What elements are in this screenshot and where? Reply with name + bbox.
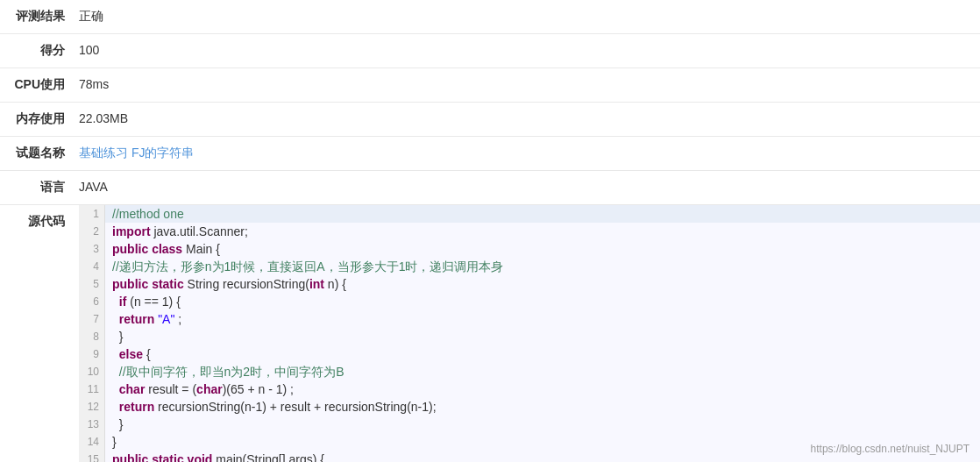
value-memory: 22.03MB [79, 103, 980, 134]
value-title[interactable]: 基础练习 FJ的字符串 [79, 137, 980, 170]
code-line-9: 9 else { [79, 345, 980, 363]
row-title: 试题名称 基础练习 FJ的字符串 [0, 137, 980, 171]
row-score: 得分 100 [0, 34, 980, 68]
line-num-2: 2 [79, 223, 105, 240]
line-code-11: char result = (char)(65 + n - 1) ; [105, 380, 301, 398]
line-num-6: 6 [79, 293, 105, 310]
code-line-10: 10 //取中间字符，即当n为2时，中间字符为B [79, 363, 980, 380]
line-code-6: if (n == 1) { [105, 293, 188, 310]
code-line-5: 5 public static String recursionString(i… [79, 275, 980, 293]
value-score: 100 [79, 34, 980, 66]
code-line-4: 4 //递归方法，形参n为1时候，直接返回A，当形参大于1时，递归调用本身 [79, 258, 980, 275]
info-section: 评测结果 正确 得分 100 CPU使用 78ms 内存使用 22.03MB 试… [0, 0, 980, 205]
line-code-12: return recursionString(n-1) + result + r… [105, 398, 444, 416]
line-code-5: public static String recursionString(int… [105, 275, 353, 293]
line-code-7: return "A" ; [105, 310, 188, 328]
line-code-3: public class Main { [105, 240, 227, 258]
line-num-11: 11 [79, 380, 105, 398]
line-num-3: 3 [79, 240, 105, 258]
code-line-7: 7 return "A" ; [79, 310, 980, 328]
line-code-10: //取中间字符，即当n为2时，中间字符为B [105, 363, 351, 380]
line-code-14: } [105, 433, 124, 451]
code-line-1: 1 //method one [79, 205, 980, 223]
line-num-15: 15 [79, 451, 105, 462]
line-code-1: //method one [105, 205, 191, 223]
label-title: 试题名称 [0, 137, 79, 170]
label-cpu: CPU使用 [0, 68, 79, 102]
code-line-3: 3 public class Main { [79, 240, 980, 258]
code-line-2: 2 import java.util.Scanner; [79, 223, 980, 240]
row-cpu: CPU使用 78ms [0, 68, 980, 103]
line-num-5: 5 [79, 275, 105, 293]
title-link[interactable]: 基础练习 FJ的字符串 [79, 146, 194, 160]
line-code-9: else { [105, 345, 158, 363]
line-num-9: 9 [79, 345, 105, 363]
code-line-8: 8 } [79, 328, 980, 345]
label-lang: 语言 [0, 171, 79, 204]
value-cpu: 78ms [79, 68, 980, 100]
code-line-11: 11 char result = (char)(65 + n - 1) ; [79, 380, 980, 398]
value-result: 正确 [79, 0, 980, 33]
line-code-13: } [105, 416, 130, 433]
source-section: 源代码 1 //method one 2 import java.util.Sc… [0, 205, 980, 462]
line-num-8: 8 [79, 328, 105, 345]
line-num-14: 14 [79, 433, 105, 451]
line-num-7: 7 [79, 310, 105, 328]
code-line-13: 13 } [79, 416, 980, 433]
code-line-12: 12 return recursionString(n-1) + result … [79, 398, 980, 416]
line-num-1: 1 [79, 205, 105, 223]
label-score: 得分 [0, 34, 79, 68]
value-lang: JAVA [79, 171, 980, 203]
line-num-10: 10 [79, 363, 105, 380]
line-code-2: import java.util.Scanner; [105, 223, 255, 240]
label-result: 评测结果 [0, 0, 79, 33]
line-code-4: //递归方法，形参n为1时候，直接返回A，当形参大于1时，递归调用本身 [105, 258, 510, 275]
line-num-13: 13 [79, 416, 105, 433]
row-result: 评测结果 正确 [0, 0, 980, 34]
label-memory: 内存使用 [0, 103, 79, 136]
watermark: https://blog.csdn.net/nuist_NJUPT [811, 443, 969, 455]
row-memory: 内存使用 22.03MB [0, 103, 980, 137]
line-code-15: public static void main(String[] args) { [105, 451, 331, 462]
code-block: 1 //method one 2 import java.util.Scanne… [79, 205, 980, 462]
line-num-4: 4 [79, 258, 105, 275]
source-label: 源代码 [0, 205, 79, 238]
line-num-12: 12 [79, 398, 105, 416]
line-code-8: } [105, 328, 130, 345]
row-lang: 语言 JAVA [0, 171, 980, 205]
code-line-6: 6 if (n == 1) { [79, 293, 980, 310]
